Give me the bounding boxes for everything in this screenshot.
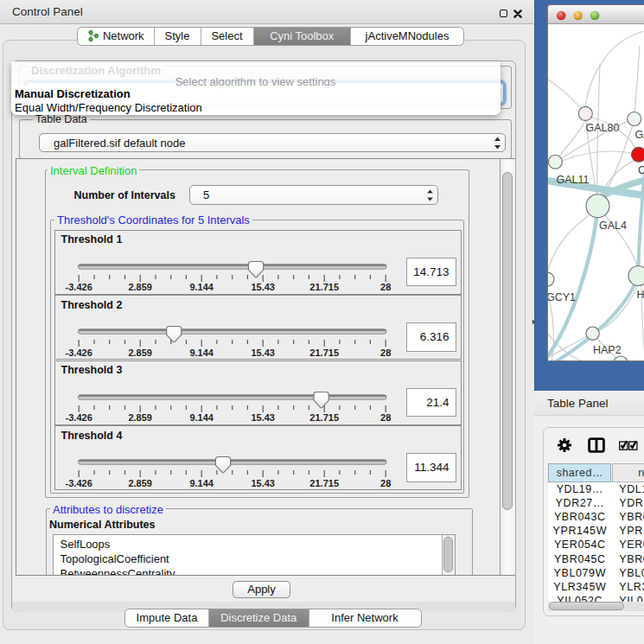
svg-text:GAL80: GAL80 <box>585 122 619 134</box>
svg-text:H: H <box>636 289 644 301</box>
svg-text:GA: GA <box>634 128 644 140</box>
svg-text:GAL11: GAL11 <box>556 173 589 185</box>
svg-text:GCY1: GCY1 <box>548 290 576 303</box>
svg-text:C: C <box>638 163 644 175</box>
svg-text:HAP2: HAP2 <box>593 343 622 355</box>
svg-text:GAL4: GAL4 <box>599 219 627 231</box>
